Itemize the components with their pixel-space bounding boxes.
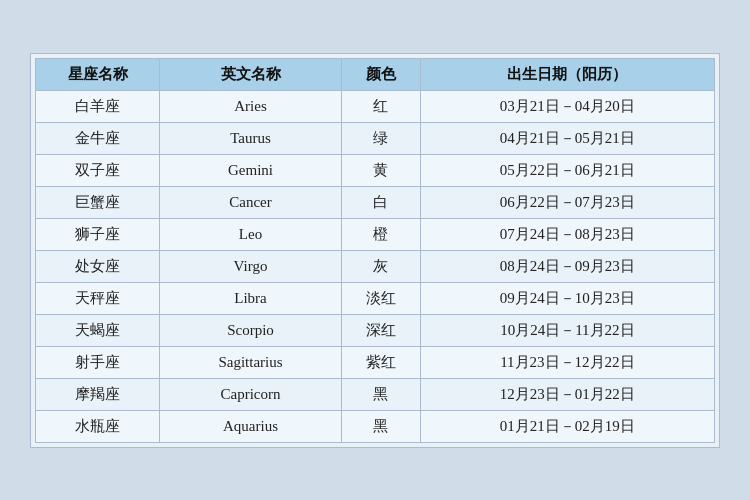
cell-date: 12月23日－01月22日 bbox=[420, 378, 714, 410]
cell-english: Aries bbox=[160, 90, 341, 122]
cell-color: 深红 bbox=[341, 314, 420, 346]
cell-chinese: 金牛座 bbox=[36, 122, 160, 154]
cell-english: Leo bbox=[160, 218, 341, 250]
cell-date: 09月24日－10月23日 bbox=[420, 282, 714, 314]
zodiac-table-container: 星座名称 英文名称 颜色 出生日期（阳历） 白羊座Aries红03月21日－04… bbox=[30, 53, 720, 448]
cell-chinese: 处女座 bbox=[36, 250, 160, 282]
header-english: 英文名称 bbox=[160, 58, 341, 90]
cell-date: 05月22日－06月21日 bbox=[420, 154, 714, 186]
table-row: 天蝎座Scorpio深红10月24日－11月22日 bbox=[36, 314, 715, 346]
cell-chinese: 天秤座 bbox=[36, 282, 160, 314]
cell-color: 黄 bbox=[341, 154, 420, 186]
cell-chinese: 天蝎座 bbox=[36, 314, 160, 346]
table-row: 摩羯座Capricorn黑12月23日－01月22日 bbox=[36, 378, 715, 410]
cell-chinese: 射手座 bbox=[36, 346, 160, 378]
table-row: 巨蟹座Cancer白06月22日－07月23日 bbox=[36, 186, 715, 218]
cell-chinese: 摩羯座 bbox=[36, 378, 160, 410]
cell-date: 01月21日－02月19日 bbox=[420, 410, 714, 442]
table-header-row: 星座名称 英文名称 颜色 出生日期（阳历） bbox=[36, 58, 715, 90]
cell-date: 04月21日－05月21日 bbox=[420, 122, 714, 154]
cell-chinese: 巨蟹座 bbox=[36, 186, 160, 218]
cell-chinese: 双子座 bbox=[36, 154, 160, 186]
cell-english: Aquarius bbox=[160, 410, 341, 442]
cell-date: 08月24日－09月23日 bbox=[420, 250, 714, 282]
table-row: 水瓶座Aquarius黑01月21日－02月19日 bbox=[36, 410, 715, 442]
cell-chinese: 白羊座 bbox=[36, 90, 160, 122]
cell-english: Capricorn bbox=[160, 378, 341, 410]
table-row: 狮子座Leo橙07月24日－08月23日 bbox=[36, 218, 715, 250]
header-chinese: 星座名称 bbox=[36, 58, 160, 90]
cell-color: 灰 bbox=[341, 250, 420, 282]
cell-english: Scorpio bbox=[160, 314, 341, 346]
cell-date: 06月22日－07月23日 bbox=[420, 186, 714, 218]
cell-color: 绿 bbox=[341, 122, 420, 154]
header-date: 出生日期（阳历） bbox=[420, 58, 714, 90]
table-row: 射手座Sagittarius紫红11月23日－12月22日 bbox=[36, 346, 715, 378]
cell-english: Libra bbox=[160, 282, 341, 314]
cell-color: 淡红 bbox=[341, 282, 420, 314]
table-row: 处女座Virgo灰08月24日－09月23日 bbox=[36, 250, 715, 282]
table-row: 天秤座Libra淡红09月24日－10月23日 bbox=[36, 282, 715, 314]
cell-date: 03月21日－04月20日 bbox=[420, 90, 714, 122]
cell-color: 白 bbox=[341, 186, 420, 218]
table-row: 白羊座Aries红03月21日－04月20日 bbox=[36, 90, 715, 122]
cell-english: Taurus bbox=[160, 122, 341, 154]
cell-color: 红 bbox=[341, 90, 420, 122]
cell-chinese: 狮子座 bbox=[36, 218, 160, 250]
cell-color: 橙 bbox=[341, 218, 420, 250]
cell-date: 10月24日－11月22日 bbox=[420, 314, 714, 346]
table-row: 双子座Gemini黄05月22日－06月21日 bbox=[36, 154, 715, 186]
table-row: 金牛座Taurus绿04月21日－05月21日 bbox=[36, 122, 715, 154]
cell-chinese: 水瓶座 bbox=[36, 410, 160, 442]
cell-date: 07月24日－08月23日 bbox=[420, 218, 714, 250]
cell-color: 黑 bbox=[341, 378, 420, 410]
cell-english: Gemini bbox=[160, 154, 341, 186]
cell-english: Cancer bbox=[160, 186, 341, 218]
cell-english: Virgo bbox=[160, 250, 341, 282]
cell-color: 紫红 bbox=[341, 346, 420, 378]
cell-english: Sagittarius bbox=[160, 346, 341, 378]
cell-date: 11月23日－12月22日 bbox=[420, 346, 714, 378]
cell-color: 黑 bbox=[341, 410, 420, 442]
zodiac-table: 星座名称 英文名称 颜色 出生日期（阳历） 白羊座Aries红03月21日－04… bbox=[35, 58, 715, 443]
header-color: 颜色 bbox=[341, 58, 420, 90]
table-body: 白羊座Aries红03月21日－04月20日金牛座Taurus绿04月21日－0… bbox=[36, 90, 715, 442]
